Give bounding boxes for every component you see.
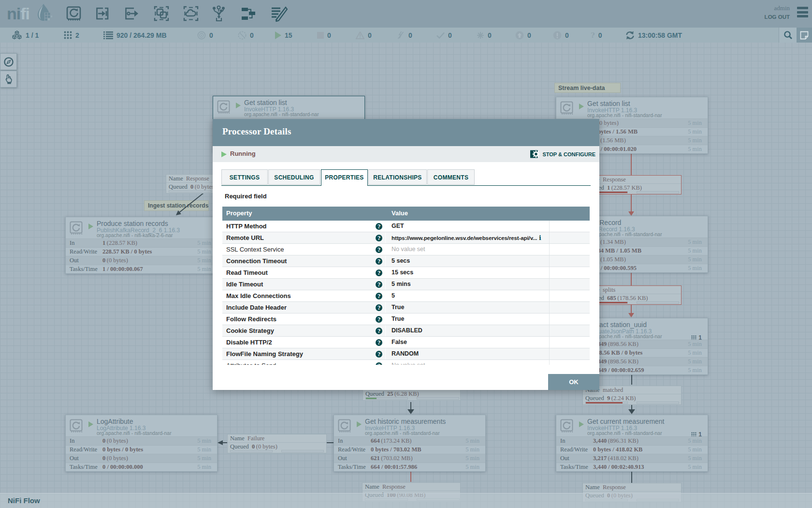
help-icon[interactable]: ?: [376, 316, 382, 323]
locally-modified-count: 0: [488, 31, 492, 39]
tab-properties[interactable]: PROPERTIES: [321, 169, 368, 186]
stat-value: 1.34 MB / 1.05 MB: [593, 247, 641, 254]
sync-failure-icon: ?: [591, 31, 595, 40]
help-icon[interactable]: ?: [376, 351, 382, 358]
processor[interactable]: Get current measurement InvokeHTTP 1.16.…: [556, 415, 708, 472]
property-row[interactable]: Cookie Strategy?DISABLED: [222, 325, 590, 337]
property-row[interactable]: Include Date Header?True: [222, 302, 590, 314]
global-menu-icon[interactable]: [797, 7, 808, 20]
connection-name: Response: [603, 176, 626, 183]
locally-modified-icon: [477, 31, 484, 39]
drag-input-port-icon[interactable]: [95, 5, 111, 22]
processor[interactable]: LogAttribute LogAttribute 1.16.3 org.apa…: [65, 415, 218, 472]
connection-queued: 9 (2.24 KB): [607, 395, 636, 402]
stat-value: 3,449 (898.56 KB): [593, 358, 638, 365]
refresh-icon[interactable]: [625, 31, 635, 40]
property-row[interactable]: Connection Timeout?5 secs: [222, 255, 590, 267]
help-icon[interactable]: ?: [376, 328, 382, 334]
nifi-logo[interactable]: nifi: [7, 3, 54, 24]
column-divider: [549, 244, 550, 255]
property-value[interactable]: No value set: [392, 362, 425, 365]
help-icon[interactable]: ?: [376, 269, 382, 276]
property-value[interactable]: 5 secs: [392, 257, 410, 264]
processor[interactable]: Produce station records PublishKafkaReco…: [65, 217, 218, 274]
drag-template-icon[interactable]: [240, 5, 257, 22]
ok-button[interactable]: OK: [548, 374, 599, 390]
processor[interactable]: Get historic measurements InvokeHTTP 1.1…: [334, 415, 486, 472]
property-row[interactable]: Idle Timeout?5 mins: [222, 279, 590, 290]
drag-output-port-icon[interactable]: [124, 5, 140, 22]
help-icon[interactable]: ?: [376, 223, 382, 230]
help-icon[interactable]: ?: [376, 339, 382, 346]
drag-label-icon[interactable]: [270, 5, 287, 22]
property-name: Connection Timeout: [226, 257, 287, 265]
property-value[interactable]: GET: [392, 223, 404, 229]
connection-queued-key: Queued: [585, 395, 604, 402]
help-icon[interactable]: ?: [376, 293, 382, 299]
stat-value: 3,449 (898.56 KB): [593, 341, 638, 348]
drag-funnel-icon[interactable]: [211, 5, 227, 22]
stat-value: 15 / 00:00:01.020: [593, 146, 637, 153]
property-value[interactable]: True: [392, 304, 404, 311]
connection-queued: 0 (0 bytes): [252, 443, 277, 450]
drag-processor-icon[interactable]: [66, 5, 82, 22]
property-value[interactable]: 5 mins: [392, 281, 411, 287]
threads-icon: [64, 31, 72, 39]
tab-comments[interactable]: COMMENTS: [427, 169, 475, 185]
property-row[interactable]: SSL Context Service?No value set: [222, 244, 590, 255]
column-divider: [549, 255, 550, 267]
property-row[interactable]: Follow Redirects?True: [222, 314, 590, 325]
property-value[interactable]: 5: [392, 292, 395, 299]
up-to-date-count: 0: [448, 31, 452, 39]
property-row[interactable]: Read Timeout?15 secs: [222, 267, 590, 279]
processor-name: LogAttribute: [97, 418, 133, 425]
property-value[interactable]: DISABLED: [392, 327, 422, 334]
bulletin-note-icon: [800, 31, 809, 40]
property-row[interactable]: Remote URL?https://www.pegelonline.wsv.d…: [222, 232, 590, 244]
property-row[interactable]: Disable HTTP/2?False: [222, 337, 590, 348]
info-icon[interactable]: i: [539, 234, 541, 241]
search-button[interactable]: [779, 28, 797, 43]
help-icon[interactable]: ?: [376, 362, 382, 365]
property-row[interactable]: HTTP Method?GET: [222, 221, 590, 232]
tab-scheduling[interactable]: SCHEDULING: [268, 169, 320, 185]
operate-palette[interactable]: [0, 71, 17, 88]
property-value[interactable]: No value set: [392, 246, 425, 253]
property-name: Include Date Header: [226, 304, 287, 311]
column-divider: [385, 232, 386, 243]
navigate-palette[interactable]: [0, 53, 17, 70]
help-icon[interactable]: ?: [376, 246, 382, 253]
connection-name-row: NameFailure: [228, 434, 326, 443]
property-row[interactable]: Max Idle Connections?5: [222, 290, 590, 302]
help-icon[interactable]: ?: [376, 281, 382, 288]
property-value[interactable]: True: [392, 315, 404, 322]
property-value[interactable]: https://www.pegelonline.wsv.de/webservic…: [392, 235, 537, 241]
stop-and-configure-button[interactable]: STOP & CONFIGURE: [530, 149, 595, 159]
column-divider: [549, 221, 550, 232]
property-name: Attributes to Send: [226, 362, 276, 365]
disabled-icon: [396, 31, 405, 40]
property-value[interactable]: 15 secs: [392, 269, 413, 276]
property-row[interactable]: FlowFile Naming Strategy?RANDOM: [222, 348, 590, 360]
property-name: Disable HTTP/2: [226, 339, 272, 346]
drag-remote-process-group-icon[interactable]: [183, 5, 199, 22]
tab-settings[interactable]: SETTINGS: [221, 169, 268, 185]
tab-relationships[interactable]: RELATIONSHIPS: [368, 169, 427, 185]
breadcrumb[interactable]: NiFi Flow: [8, 496, 40, 505]
logout-link[interactable]: LOG OUT: [765, 13, 790, 21]
help-icon[interactable]: ?: [376, 304, 382, 311]
drag-process-group-icon[interactable]: [153, 5, 170, 22]
bulletin-board-button[interactable]: [797, 28, 812, 43]
nifi-logo-fi: fi: [20, 4, 29, 23]
nifi-drop-icon: [37, 3, 54, 24]
sync-failure-count: 0: [598, 31, 602, 39]
property-name: Remote URL: [226, 234, 264, 241]
property-value[interactable]: False: [392, 339, 407, 345]
stat-window: 5 min: [465, 455, 479, 462]
help-icon[interactable]: ?: [376, 258, 382, 265]
property-row[interactable]: Attributes to Send?No value set: [222, 360, 590, 365]
properties-table-header: Property Value: [222, 207, 590, 221]
connection-label[interactable]: NameFailure Queued0 (0 bytes): [227, 434, 327, 453]
property-value[interactable]: RANDOM: [392, 350, 419, 357]
help-icon[interactable]: ?: [376, 235, 382, 241]
